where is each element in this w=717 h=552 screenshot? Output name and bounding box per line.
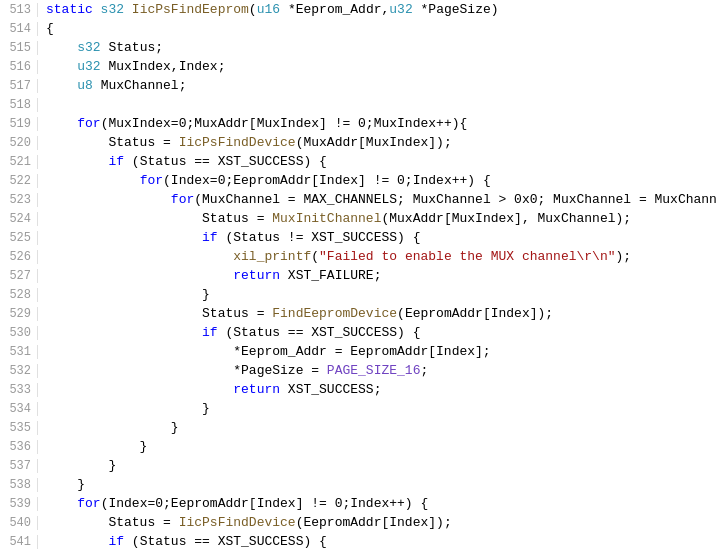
code-line: 534 } [0, 399, 717, 418]
line-number: 522 [0, 174, 38, 188]
token: if [202, 230, 218, 245]
token: (Status == XST_SUCCESS) { [124, 534, 327, 549]
code-line: 525 if (Status != XST_SUCCESS) { [0, 228, 717, 247]
token: for [77, 116, 100, 131]
line-number: 528 [0, 288, 38, 302]
code-line: 538 } [0, 475, 717, 494]
line-number: 533 [0, 383, 38, 397]
code-line: 532 *PageSize = PAGE_SIZE_16; [0, 361, 717, 380]
line-content: *Eeprom_Addr = EepromAddr[Index]; [46, 344, 717, 359]
token: Status = [46, 135, 179, 150]
line-content: } [46, 420, 717, 435]
token: s32 [77, 40, 108, 55]
token: IicPsFindDevice [179, 515, 296, 530]
line-number: 514 [0, 22, 38, 36]
line-number: 517 [0, 79, 38, 93]
line-content: if (Status == XST_SUCCESS) { [46, 534, 717, 549]
line-content: *PageSize = PAGE_SIZE_16; [46, 363, 717, 378]
code-line: 517 u8 MuxChannel; [0, 76, 717, 95]
code-line: 518 [0, 95, 717, 114]
token: (EepromAddr[Index]); [397, 306, 553, 321]
code-line: 541 if (Status == XST_SUCCESS) { [0, 532, 717, 551]
line-content: static s32 IicPsFindEeprom(u16 *Eeprom_A… [46, 2, 717, 17]
line-content: s32 Status; [46, 40, 717, 55]
token: if [202, 325, 218, 340]
token: s32 [101, 2, 132, 17]
token: ( [311, 249, 319, 264]
code-line: 522 for(Index=0;EepromAddr[Index] != 0;I… [0, 171, 717, 190]
code-line: 540 Status = IicPsFindDevice(EepromAddr[… [0, 513, 717, 532]
token: (MuxIndex=0;MuxAddr[MuxIndex] != 0;MuxIn… [101, 116, 468, 131]
code-line: 526 xil_printf("Failed to enable the MUX… [0, 247, 717, 266]
line-number: 541 [0, 535, 38, 549]
token: xil_printf [233, 249, 311, 264]
line-content: return XST_FAILURE; [46, 268, 717, 283]
line-number: 518 [0, 98, 38, 112]
code-line: 515 s32 Status; [0, 38, 717, 57]
token: MuxInitChannel [272, 211, 381, 226]
token: (MuxAddr[MuxIndex]); [296, 135, 452, 150]
token: MuxIndex,Index; [108, 59, 225, 74]
line-number: 526 [0, 250, 38, 264]
code-line: 514{ [0, 19, 717, 38]
token: return [233, 382, 280, 397]
token: FindEepromDevice [272, 306, 397, 321]
line-content: if (Status == XST_SUCCESS) { [46, 154, 717, 169]
line-number: 538 [0, 478, 38, 492]
token [46, 249, 233, 264]
line-content: Status = IicPsFindDevice(MuxAddr[MuxInde… [46, 135, 717, 150]
line-content: } [46, 458, 717, 473]
token: } [46, 458, 116, 473]
line-number: 536 [0, 440, 38, 454]
token: if [108, 154, 124, 169]
line-number: 523 [0, 193, 38, 207]
token [46, 154, 108, 169]
token: ); [616, 249, 632, 264]
token: (Index=0;EepromAddr[Index] != 0;Index++)… [163, 173, 491, 188]
line-content: Status = IicPsFindDevice(EepromAddr[Inde… [46, 515, 717, 530]
code-line: 533 return XST_SUCCESS; [0, 380, 717, 399]
token: Status = [46, 306, 272, 321]
token: *PageSize) [421, 2, 499, 17]
line-content: } [46, 401, 717, 416]
line-content: u32 MuxIndex,Index; [46, 59, 717, 74]
token: for [140, 173, 163, 188]
code-editor: 513static s32 IicPsFindEeprom(u16 *Eepro… [0, 0, 717, 552]
line-content: for(Index=0;EepromAddr[Index] != 0;Index… [46, 173, 717, 188]
token: (Status != XST_SUCCESS) { [218, 230, 421, 245]
token: *Eeprom_Addr, [288, 2, 389, 17]
line-content: for(Index=0;EepromAddr[Index] != 0;Index… [46, 496, 717, 511]
token [46, 230, 202, 245]
token [46, 116, 77, 131]
code-line: 516 u32 MuxIndex,Index; [0, 57, 717, 76]
token: IicPsFindDevice [179, 135, 296, 150]
code-line: 520 Status = IicPsFindDevice(MuxAddr[Mux… [0, 133, 717, 152]
line-number: 532 [0, 364, 38, 378]
token: if [108, 534, 124, 549]
token: XST_SUCCESS; [280, 382, 381, 397]
code-line: 535 } [0, 418, 717, 437]
token: for [77, 496, 100, 511]
token: (MuxChannel = MAX_CHANNELS; MuxChannel >… [194, 192, 717, 207]
token [46, 59, 77, 74]
token: Status = [46, 515, 179, 530]
line-content: Status = MuxInitChannel(MuxAddr[MuxIndex… [46, 211, 717, 226]
token [46, 268, 233, 283]
token [46, 192, 171, 207]
token: (Index=0;EepromAddr[Index] != 0;Index++)… [101, 496, 429, 511]
code-line: 527 return XST_FAILURE; [0, 266, 717, 285]
line-number: 534 [0, 402, 38, 416]
token: IicPsFindEeprom [132, 2, 249, 17]
token [46, 382, 233, 397]
line-number: 537 [0, 459, 38, 473]
token: MuxChannel; [101, 78, 187, 93]
line-content: xil_printf("Failed to enable the MUX cha… [46, 249, 717, 264]
line-number: 539 [0, 497, 38, 511]
token: ; [420, 363, 428, 378]
line-number: 531 [0, 345, 38, 359]
token: (Status == XST_SUCCESS) { [218, 325, 421, 340]
token: } [46, 287, 210, 302]
token: *PageSize = [46, 363, 327, 378]
token: (MuxAddr[MuxIndex], MuxChannel); [381, 211, 631, 226]
token: u32 [389, 2, 420, 17]
